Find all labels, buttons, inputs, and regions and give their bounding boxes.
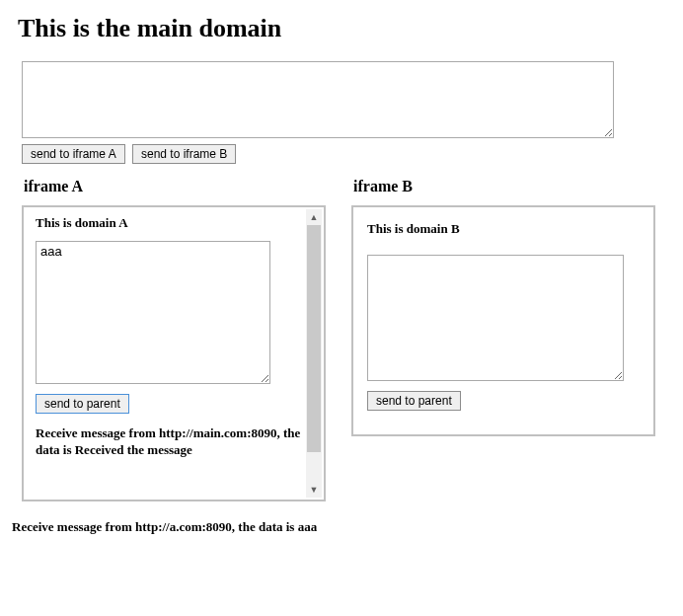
iframe-a-send-to-parent-button[interactable]: send to parent <box>36 394 129 414</box>
page-title: This is the main domain <box>18 14 665 43</box>
scroll-up-arrow-icon[interactable]: ▲ <box>306 209 322 225</box>
iframe-a-title: iframe A <box>24 178 326 195</box>
iframe-b-send-to-parent-button[interactable]: send to parent <box>367 391 461 411</box>
iframe-a-box: This is domain A send to parent Receive … <box>22 205 326 501</box>
scroll-down-arrow-icon[interactable]: ▼ <box>306 482 322 498</box>
iframe-b-heading: This is domain B <box>367 221 640 237</box>
scrollbar-track[interactable] <box>306 225 322 482</box>
send-to-iframe-b-button[interactable]: send to iframe B <box>132 144 236 164</box>
iframe-b-box: This is domain B send to parent <box>351 205 655 436</box>
main-received-message: Receive message from http://a.com:8090, … <box>12 519 665 535</box>
iframe-a-column: iframe A This is domain A send to parent… <box>22 168 326 501</box>
iframe-b-title: iframe B <box>353 178 655 195</box>
iframe-b-column: iframe B This is domain B send to parent <box>351 168 655 436</box>
send-to-iframe-a-button[interactable]: send to iframe A <box>22 144 125 164</box>
scrollbar-thumb[interactable] <box>307 225 321 452</box>
main-button-row: send to iframe A send to iframe B <box>22 144 665 164</box>
iframe-a-textarea[interactable] <box>36 241 270 384</box>
iframe-a-received-message: Receive message from http://main.com:809… <box>36 425 304 459</box>
iframe-b-textarea[interactable] <box>367 255 624 381</box>
main-textarea[interactable] <box>22 61 614 138</box>
iframe-a-scrollbar[interactable]: ▲ ▼ <box>306 209 322 498</box>
iframe-a-heading: This is domain A <box>36 215 304 231</box>
